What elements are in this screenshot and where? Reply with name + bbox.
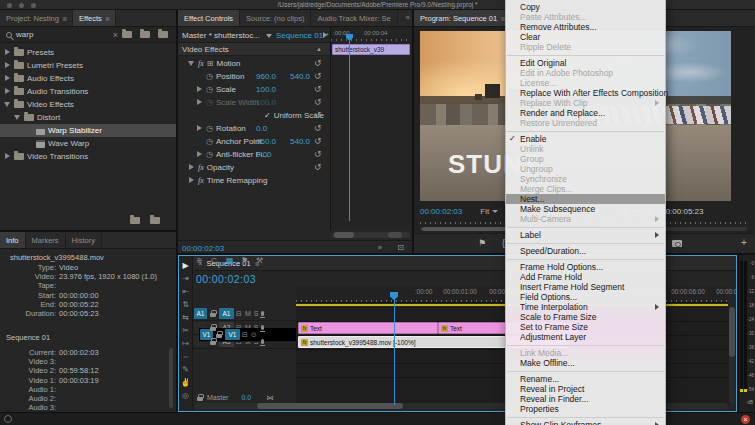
twirl-icon[interactable] [4,101,11,108]
timeline-clip[interactable]: fx Text [298,322,438,334]
source-patch[interactable]: A1 [194,308,207,319]
current-timecode[interactable]: 00:00:02:03 [182,244,224,253]
twirl-icon[interactable] [26,140,33,147]
stopwatch-icon[interactable]: ◷ [206,150,213,159]
stopwatch-icon[interactable]: ◷ [206,124,213,133]
tool-icon[interactable]: ◎ [182,389,189,402]
reset-icon[interactable]: ↺ [314,110,322,120]
toolbar-icon[interactable]: ▦ [226,256,241,265]
menu-item[interactable]: ✓ Add Frame Hold [506,272,665,282]
panel-tab[interactable]: Program: Sequence 01≣ [414,10,511,26]
tree-item[interactable]: Wave Warp [0,137,176,150]
toolbar-icon[interactable]: ⚑ [241,256,256,265]
tree-item[interactable]: Video Effects [0,98,176,111]
reset-icon[interactable]: ↺ [314,136,322,146]
panel-tab[interactable]: History [66,232,102,248]
clipping-indicator-icon[interactable]: × [741,415,750,424]
menu-item[interactable]: ✓ Frame Hold Options... [506,262,665,272]
tree-item[interactable]: Audio Transitions [0,85,176,98]
clear-search-icon[interactable]: × [109,30,122,40]
playhead-line[interactable] [394,299,395,405]
menu-item[interactable]: ✓ Insert Frame Hold Segment [506,282,665,292]
property-value[interactable]: 540.0 [290,137,310,146]
reset-icon[interactable]: ↺ [314,123,322,133]
menu-item[interactable]: ✓ Adjustment Layer [506,332,665,342]
timeline-timecode[interactable]: 00:00:02:03 [196,273,256,285]
tree-item[interactable]: Warp Stabilizer [0,124,176,137]
reset-icon[interactable]: ↺ [314,97,322,107]
sync-lock-icon[interactable]: ⊟ [236,310,242,318]
tree-item[interactable]: Presets [0,46,176,59]
bin-filter-icon[interactable] [158,31,168,38]
menu-item[interactable]: ✓ Copy [506,2,665,12]
twirl-icon[interactable] [4,49,11,56]
tree-item[interactable]: Distort [0,111,176,124]
menu-item[interactable]: ✓ Make Offline... [506,358,665,368]
twirl-icon[interactable] [14,114,21,121]
tool-icon[interactable]: ⇔ [182,350,190,363]
twirl-icon[interactable] [196,73,203,80]
checkbox-icon[interactable]: ✓ [264,111,271,120]
menu-item[interactable]: ✓ Set to Frame Size [506,322,665,332]
stopwatch-icon[interactable]: ◷ [206,72,213,81]
menu-item[interactable]: ✓ Show Clip Keyframes [506,420,665,425]
menu-item[interactable]: ✓ Remove Attributes... [506,22,665,32]
property-value[interactable]: 540.0 [290,72,310,81]
bin-filter-icon[interactable] [122,31,132,38]
property-value[interactable]: 100.0 [256,85,276,94]
export-frame-icon[interactable]: ⊡ [397,243,404,252]
twirl-icon[interactable] [4,153,11,160]
master-clip-tab[interactable]: Master * shutterstoc... [182,31,260,40]
menu-item[interactable]: ✓ Replace With After Effects Composition [506,88,665,98]
reset-icon[interactable]: ↺ [314,149,322,159]
dropdown-icon[interactable] [266,34,272,38]
panel-tab[interactable]: Effects≣ [73,10,116,26]
reset-icon[interactable]: ↺ [314,71,322,81]
panel-tab[interactable]: Markers [26,232,66,248]
add-marker-icon[interactable]: ⚑ [478,238,486,248]
menu-item[interactable]: ✓ Make Subsequence [506,204,665,214]
menu-item[interactable]: ✓ Field Options... [506,292,665,302]
lock-icon[interactable] [209,338,217,346]
lane-hscrollbar[interactable] [332,232,410,238]
audio-meters-panel[interactable]: 061218243036424854 dB [739,255,755,412]
tool-icon[interactable]: ✌ [181,376,191,389]
menu-item[interactable]: ✓ Time Interpolation [506,302,665,312]
property-value[interactable]: 960.0 [256,72,276,81]
eye-icon[interactable]: ⊙ [251,331,257,339]
lane-playhead-line[interactable] [349,41,350,221]
panel-tab[interactable]: Source: (no clips) [240,10,311,26]
twirl-icon[interactable] [188,177,195,184]
twirl-icon[interactable] [4,62,11,69]
menu-item[interactable]: ✓ Render and Replace... [506,108,665,118]
tool-icon[interactable]: ⇥ [182,272,189,285]
stopwatch-icon[interactable]: ◷ [206,85,213,94]
button-editor-add-icon[interactable]: + [741,237,747,248]
property-value[interactable]: 0.00 [256,150,272,159]
mic-icon[interactable] [261,339,264,344]
reset-icon[interactable]: ↺ [314,162,322,172]
master-value[interactable]: 0.0 [241,394,251,401]
menu-item[interactable]: ✓ Edit Original [506,58,665,68]
twirl-icon[interactable] [4,75,11,82]
tree-item[interactable]: Lumetri Presets [0,59,176,72]
menu-item[interactable]: ✓ Reveal in Project [506,384,665,394]
property-value[interactable]: 960.0 [256,137,276,146]
twirl-icon[interactable] [196,151,203,158]
panel-tab[interactable]: Project: Nesting≣ [0,10,73,26]
new-bin-icon[interactable] [130,217,140,224]
menu-item[interactable]: ✓ Scale to Frame Size [506,312,665,322]
track-target-button[interactable]: V1 [225,329,240,340]
menu-item[interactable]: ✓ Enable [506,134,665,144]
track-target-button[interactable]: A1 [219,308,234,319]
tool-icon[interactable]: ✎ [182,363,189,376]
panel-menu-icon[interactable]: ≣ [500,15,504,22]
panel-menu-icon[interactable]: ≣ [105,15,109,22]
twirl-icon[interactable] [188,60,195,67]
twirl-icon[interactable] [26,127,33,134]
tree-item[interactable]: Audio Effects [0,72,176,85]
panel-tab[interactable]: Effect Controls [178,10,240,26]
lock-icon[interactable] [209,310,217,318]
twirl-icon[interactable] [196,125,203,132]
menu-item[interactable]: ✓ Rename... [506,374,665,384]
